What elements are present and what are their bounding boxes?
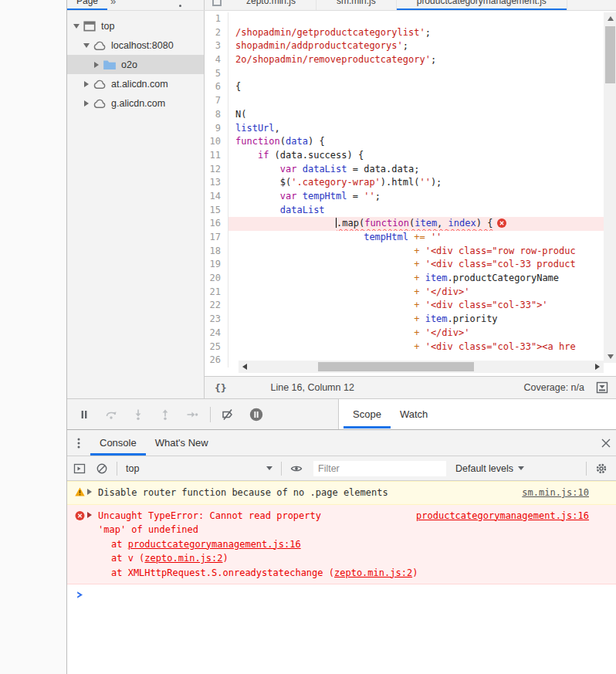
- code-text[interactable]: /shopadmin/getproductcategorylist';: [228, 26, 604, 40]
- code-text[interactable]: N(: [228, 108, 604, 122]
- step-into-icon[interactable]: [132, 408, 144, 421]
- code-text[interactable]: listUrl,: [228, 122, 604, 136]
- line-number[interactable]: 26: [205, 354, 228, 367]
- scroll-down-arrow-icon[interactable]: [608, 354, 614, 359]
- code-text[interactable]: [228, 67, 604, 81]
- line-number[interactable]: 8: [205, 108, 228, 122]
- tab-productcategorymanagement.js[interactable]: productcategorymanagement.js: [397, 0, 567, 11]
- tree-item-at.alicdn.com[interactable]: at.alicdn.com: [67, 74, 204, 93]
- step-out-icon[interactable]: [159, 408, 171, 421]
- tab-scope[interactable]: Scope: [344, 399, 391, 429]
- tree-item-o2o[interactable]: o2o: [67, 55, 204, 74]
- code-text[interactable]: + item.priority: [228, 313, 604, 327]
- code-text[interactable]: + '</div>': [228, 327, 604, 340]
- line-number[interactable]: 1: [205, 12, 228, 26]
- code-text[interactable]: if (data.success) {: [228, 149, 604, 163]
- code-text[interactable]: + item.productCategoryName: [228, 272, 604, 286]
- line-number[interactable]: 15: [205, 204, 228, 218]
- code-text[interactable]: 2o/shopadmin/removeproductcategory';: [228, 53, 604, 67]
- chevron-right-icon[interactable]: [82, 100, 91, 107]
- line-number[interactable]: 18: [205, 245, 228, 259]
- tab-page[interactable]: Page: [67, 0, 107, 11]
- line-number[interactable]: 5: [205, 67, 228, 81]
- source-link[interactable]: zepto.min.js:2: [144, 553, 222, 564]
- line-number[interactable]: 6: [205, 80, 228, 94]
- tab-watch[interactable]: Watch: [391, 399, 437, 429]
- gear-icon[interactable]: [595, 462, 608, 475]
- tab-overflow-button[interactable]: »: [110, 0, 116, 7]
- line-number[interactable]: 10: [205, 135, 228, 149]
- source-link[interactable]: productcategorymanagement.js:16: [416, 509, 589, 523]
- tab-console[interactable]: Console: [90, 430, 146, 456]
- line-number[interactable]: 20: [205, 272, 228, 286]
- line-number[interactable]: 2: [205, 26, 228, 40]
- code-text[interactable]: dataList: [228, 204, 604, 218]
- eye-icon[interactable]: [290, 462, 303, 475]
- line-number[interactable]: 4: [205, 53, 228, 67]
- code-text[interactable]: function(data) {: [228, 135, 604, 149]
- code-text[interactable]: var dataList = data.data;: [228, 163, 604, 177]
- tab-whats-new[interactable]: What's New: [146, 430, 218, 456]
- pause-icon[interactable]: [78, 408, 90, 421]
- line-number[interactable]: 12: [205, 163, 228, 177]
- code-text[interactable]: [228, 12, 604, 26]
- clear-console-icon[interactable]: [96, 462, 108, 475]
- code-text[interactable]: .map(function(item, index) {: [228, 217, 604, 231]
- code-text[interactable]: $('.category-wrap').html('');: [228, 176, 604, 190]
- scroll-up-arrow-icon[interactable]: [608, 16, 614, 21]
- code-text[interactable]: shopadmin/addproductcategorys';: [228, 39, 604, 53]
- source-link[interactable]: productcategorymanagement.js:16: [128, 539, 301, 550]
- deactivate-breakpoints-icon[interactable]: [222, 408, 234, 421]
- chevron-down-icon[interactable]: [82, 43, 91, 48]
- scroll-right-arrow-icon[interactable]: [595, 364, 600, 370]
- console-warning-message[interactable]: Disable router function because of no .p…: [67, 481, 616, 505]
- line-number[interactable]: 13: [205, 176, 228, 190]
- code-text[interactable]: + '<div class="row row-produc: [228, 245, 604, 259]
- chevron-right-icon[interactable]: [87, 512, 92, 518]
- kebab-menu-icon[interactable]: [179, 5, 181, 7]
- console-sidebar-icon[interactable]: [73, 462, 86, 475]
- kebab-menu-icon[interactable]: [73, 430, 84, 456]
- console-error-message[interactable]: Uncaught TypeError: Cannot read property…: [67, 505, 616, 585]
- console-prompt[interactable]: [67, 584, 616, 605]
- scroll-left-arrow-icon[interactable]: [242, 364, 247, 370]
- editor-horizontal-scrollbar[interactable]: [239, 361, 604, 373]
- line-number[interactable]: 21: [205, 286, 228, 300]
- line-number[interactable]: 14: [205, 190, 228, 204]
- code-text[interactable]: + '<div class="col-33">': [228, 299, 604, 313]
- line-number[interactable]: 23: [205, 313, 228, 327]
- step-icon[interactable]: [186, 408, 198, 421]
- tree-item-localhost:8080[interactable]: localhost:8080: [67, 36, 204, 55]
- line-number[interactable]: 7: [205, 94, 228, 108]
- line-number[interactable]: 11: [205, 149, 228, 163]
- line-number[interactable]: 3: [205, 39, 228, 53]
- pretty-print-button[interactable]: {}: [205, 382, 235, 394]
- tree-item-top[interactable]: top: [67, 16, 204, 36]
- code-text[interactable]: [228, 94, 604, 108]
- source-link[interactable]: zepto.min.js:2: [334, 567, 412, 578]
- chevron-right-icon[interactable]: [82, 81, 91, 87]
- line-number[interactable]: 19: [205, 258, 228, 272]
- chevron-down-icon[interactable]: [72, 24, 81, 29]
- code-text[interactable]: + '<div class="col-33"><a hre: [228, 340, 604, 354]
- source-link[interactable]: sm.min.js:10: [522, 486, 589, 500]
- code-text[interactable]: {: [228, 80, 604, 94]
- tree-item-g.alicdn.com[interactable]: g.alicdn.com: [67, 93, 204, 113]
- chevron-right-icon[interactable]: [87, 489, 92, 495]
- execution-context-selector[interactable]: top: [126, 463, 272, 474]
- code-text[interactable]: var tempHtml = '';: [228, 190, 604, 204]
- line-number[interactable]: 24: [205, 327, 228, 340]
- line-number[interactable]: 16: [205, 217, 228, 231]
- code-text[interactable]: + '</div>': [228, 286, 604, 300]
- horizontal-scroll-thumb[interactable]: [318, 362, 474, 371]
- tab-zepto.min.js[interactable]: zepto.min.js: [226, 0, 316, 11]
- close-icon[interactable]: [595, 430, 616, 456]
- code-text[interactable]: + '<div class="col-33 product: [228, 258, 604, 272]
- tab-sm.min.js[interactable]: sm.min.js: [316, 0, 397, 11]
- line-number[interactable]: 9: [205, 122, 228, 136]
- filter-input[interactable]: [313, 461, 446, 476]
- code-area[interactable]: 12/shopadmin/getproductcategorylist';3sh…: [205, 12, 604, 376]
- log-levels-dropdown[interactable]: Default levels: [455, 463, 524, 474]
- line-number[interactable]: 22: [205, 299, 228, 313]
- line-number[interactable]: 25: [205, 340, 228, 354]
